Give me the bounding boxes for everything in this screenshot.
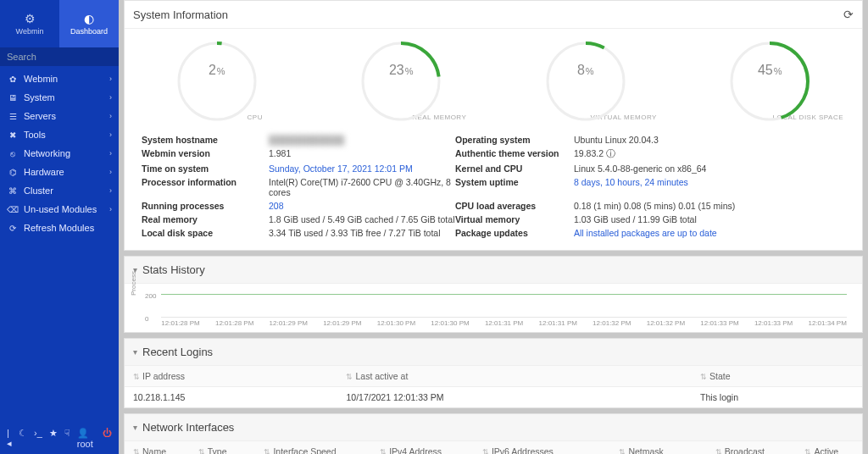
info-key: Package updates xyxy=(455,228,574,238)
search-input[interactable] xyxy=(7,52,124,62)
panel-title: Stats History xyxy=(142,263,205,276)
panel-header: System Information ⟳ xyxy=(125,1,862,29)
sort-icon: ⇅ xyxy=(715,448,722,454)
sort-icon: ⇅ xyxy=(804,448,811,454)
nav-label: Hardware xyxy=(24,167,64,177)
sort-icon: ⇅ xyxy=(700,373,707,381)
sidebar-item-servers[interactable]: ☰Servers› xyxy=(0,107,119,125)
col-header[interactable]: ⇅Active xyxy=(796,441,862,454)
gauges: 2%CPU23%Real Memory8%Virtual Memory45%Lo… xyxy=(125,29,862,128)
col-header[interactable]: ⇅Last active at xyxy=(337,366,692,387)
system-info-panel: System Information ⟳ 2%CPU23%Real Memory… xyxy=(124,0,863,251)
chevron-right-icon: › xyxy=(109,168,112,176)
gauge-icon: ◐ xyxy=(84,12,94,25)
svg-point-4 xyxy=(548,43,624,119)
info-value: 1.981 xyxy=(269,148,455,160)
panel-header[interactable]: ▾Network Interfaces xyxy=(125,414,862,441)
col-header[interactable]: ⇅Interface Speed xyxy=(255,441,371,454)
svg-point-0 xyxy=(179,43,255,119)
sort-icon: ⇅ xyxy=(198,448,205,454)
info-value[interactable]: All installed packages are up to date xyxy=(574,228,786,238)
nav: ✿Webmin›🖥System›☰Servers›✖Tools›⎋Network… xyxy=(0,66,119,423)
x-axis: 12:01:28 PM12:01:28 PM12:01:29 PM12:01:2… xyxy=(161,318,847,327)
nav-icon: ⌫ xyxy=(7,205,19,214)
x-tick: 12:01:34 PM xyxy=(808,319,846,327)
x-tick: 12:01:33 PM xyxy=(754,319,793,327)
info-value: Ubuntu Linux 20.04.3 xyxy=(574,135,786,145)
info-key: Processor information xyxy=(142,177,269,197)
x-tick: 12:01:32 PM xyxy=(647,319,685,327)
sidebar-item-system[interactable]: 🖥System› xyxy=(0,88,119,107)
nav-icon: ⌘ xyxy=(7,186,19,196)
chevron-down-icon: ▾ xyxy=(133,347,137,357)
info-key: CPU load averages xyxy=(455,201,574,211)
webmin-icon: ⚙ xyxy=(25,12,36,25)
nav-icon: ✿ xyxy=(7,75,19,84)
col-header[interactable]: ⇅Broadcast xyxy=(707,441,797,454)
info-key: Webmin version xyxy=(142,148,269,160)
refresh-icon[interactable]: ⟳ xyxy=(843,8,854,21)
panel-header[interactable]: ▾Stats History xyxy=(125,257,862,284)
x-tick: 12:01:33 PM xyxy=(700,319,738,327)
sidebar-item-hardware[interactable]: ⌬Hardware› xyxy=(0,163,119,181)
sidebar-item-webmin[interactable]: ✿Webmin› xyxy=(0,69,119,88)
collapse-icon[interactable]: |◂ xyxy=(7,428,12,449)
logins-panel: ▾Recent Logins ⇅IP address⇅Last active a… xyxy=(124,338,863,408)
sidebar-item-refresh-modules[interactable]: ⟳Refresh Modules xyxy=(0,219,119,237)
panel-header[interactable]: ▾Recent Logins xyxy=(125,339,862,366)
power-icon[interactable]: ⏻ xyxy=(103,428,112,449)
terminal-icon[interactable]: ›_ xyxy=(34,428,42,449)
col-header[interactable]: ⇅Type xyxy=(190,441,256,454)
sidebar-item-un-used-modules[interactable]: ⌫Un-used Modules› xyxy=(0,200,119,219)
col-header[interactable]: ⇅IPv6 Addresses xyxy=(474,441,610,454)
info-value[interactable]: Sunday, October 17, 2021 12:01 PM xyxy=(269,163,455,174)
user-icon[interactable]: 👤 root xyxy=(77,428,96,449)
nav-icon: ✖ xyxy=(7,130,19,140)
nav-label: System xyxy=(24,92,55,102)
col-header[interactable]: ⇅State xyxy=(692,366,862,387)
nav-label: Servers xyxy=(24,111,56,121)
info-key: Authentic theme version xyxy=(455,148,574,160)
nav-icon: 🖥 xyxy=(7,93,19,102)
info-key: Virtual memory xyxy=(455,214,574,224)
x-tick: 12:01:30 PM xyxy=(431,319,469,327)
info-key: Local disk space xyxy=(142,228,269,238)
col-header[interactable]: ⇅Netmask xyxy=(610,441,706,454)
x-tick: 12:01:31 PM xyxy=(539,319,577,327)
info-key: Time on system xyxy=(142,163,269,174)
col-header[interactable]: ⇅IP address xyxy=(125,366,337,387)
stats-panel: ▾Stats History Process 2000 12:01:28 PM1… xyxy=(124,256,863,333)
info-value[interactable]: 8 days, 10 hours, 24 minutes xyxy=(574,177,786,197)
hand-icon[interactable]: ☟ xyxy=(64,428,70,449)
nav-label: Refresh Modules xyxy=(24,223,94,233)
sidebar-item-cluster[interactable]: ⌘Cluster› xyxy=(0,181,119,200)
logins-table: ⇅IP address⇅Last active at⇅State 10.218.… xyxy=(125,366,862,407)
gauge-cpu: 2%CPU xyxy=(141,39,293,121)
info-value[interactable]: 208 xyxy=(269,201,455,211)
chevron-right-icon: › xyxy=(109,112,112,120)
moon-icon[interactable]: ☾ xyxy=(19,428,27,449)
col-header[interactable]: ⇅IPv4 Address xyxy=(371,441,474,454)
tab-webmin[interactable]: ⚙Webmin xyxy=(0,0,59,47)
info-value: 3.34 TiB used / 3.93 TiB free / 7.27 TiB… xyxy=(269,228,455,238)
nav-icon: ☰ xyxy=(7,112,19,121)
info-value: Linux 5.4.0-88-generic on x86_64 xyxy=(574,163,786,174)
info-value: Intel(R) Core(TM) i7-2600 CPU @ 3.40GHz,… xyxy=(269,177,455,197)
info-value: 1.8 GiB used / 5.49 GiB cached / 7.65 Gi… xyxy=(269,214,455,224)
sort-icon: ⇅ xyxy=(133,448,140,454)
info-value: 19.83.2 ⓘ xyxy=(574,148,786,160)
sidebar-footer: |◂ ☾ ›_ ★ ☟ 👤 root ⏻ xyxy=(0,423,119,454)
nav-label: Networking xyxy=(24,148,70,158)
table-row: 10.218.1.14510/17/2021 12:01:33 PMThis l… xyxy=(125,387,862,408)
chevron-right-icon: › xyxy=(109,93,112,102)
sidebar-item-networking[interactable]: ⎋Networking› xyxy=(0,144,119,163)
tab-label: Dashboard xyxy=(70,27,108,36)
tab-dashboard[interactable]: ◐Dashboard xyxy=(59,0,119,47)
panel-title: System Information xyxy=(133,8,228,21)
sort-icon: ⇅ xyxy=(482,448,489,454)
sidebar-item-tools[interactable]: ✖Tools› xyxy=(0,125,119,144)
chevron-right-icon: › xyxy=(109,130,112,139)
star-icon[interactable]: ★ xyxy=(49,428,58,449)
x-tick: 12:01:32 PM xyxy=(593,319,631,327)
col-header[interactable]: ⇅Name xyxy=(125,441,190,454)
